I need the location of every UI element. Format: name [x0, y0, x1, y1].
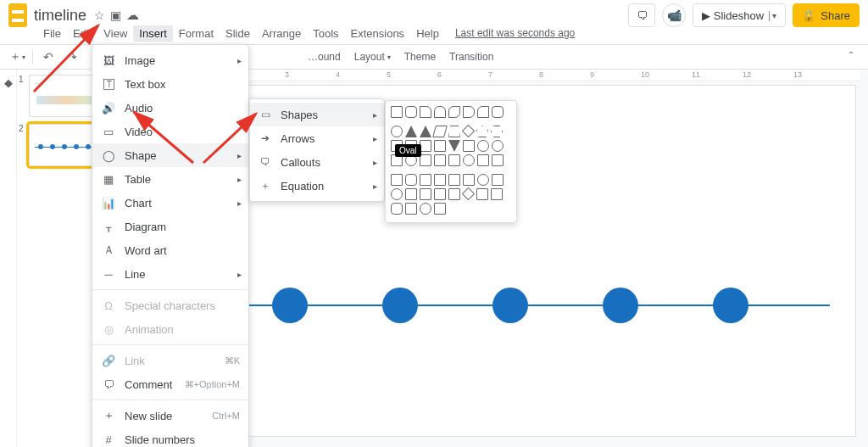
timeline-dot-shape[interactable] [713, 288, 748, 323]
menu-extensions[interactable]: Extensions [345, 25, 411, 42]
insert-line[interactable]: ─Line [92, 262, 248, 286]
shape-snip2[interactable] [434, 106, 446, 118]
cloud-status-icon[interactable]: ☁ [126, 8, 139, 23]
shape-right-triangle[interactable] [420, 126, 431, 137]
shape-callouts[interactable]: 🗨Callouts [250, 150, 384, 174]
insert-new-slide[interactable]: ＋New slideCtrl+M [92, 404, 248, 427]
share-button[interactable]: 🔒 Share [793, 3, 860, 27]
shape-cell[interactable] [462, 187, 476, 201]
shape-cell[interactable] [391, 203, 403, 215]
shape-cell[interactable] [463, 174, 475, 186]
shape-rect[interactable] [391, 106, 403, 118]
shape-cell[interactable] [420, 140, 431, 152]
shape-snip1[interactable] [420, 106, 431, 118]
shape-arrows[interactable]: ➔Arrows [250, 126, 384, 150]
star-icon[interactable]: ☆ [94, 8, 105, 22]
insert-audio[interactable]: 🔊Audio [92, 96, 248, 120]
insert-chart[interactable]: 📊Chart [92, 191, 248, 215]
shape-cell[interactable] [434, 174, 446, 186]
menu-edit[interactable]: Edit [67, 25, 97, 42]
shape-cell[interactable] [492, 140, 504, 152]
shape-cell[interactable] [463, 140, 475, 152]
menu-arrange[interactable]: Arrange [256, 25, 307, 42]
shape-cell[interactable] [420, 188, 431, 200]
timeline-dot-shape[interactable] [272, 288, 308, 323]
redo-button[interactable]: ↷ [60, 46, 84, 68]
shape-cell[interactable] [491, 188, 503, 200]
shape-cell[interactable] [476, 188, 488, 200]
timeline-dot-shape[interactable] [603, 288, 638, 323]
shape-cell[interactable] [420, 154, 431, 166]
shape-cell[interactable] [448, 188, 460, 200]
slides-logo[interactable] [8, 3, 27, 27]
shape-snip-diag[interactable] [448, 106, 460, 118]
document-title[interactable]: timeline [34, 7, 86, 25]
insert-comment[interactable]: 🗩Comment⌘+Option+M [92, 372, 248, 396]
insert-shape[interactable]: ◯Shape [92, 143, 248, 167]
diagram-icon: ᚁ [101, 221, 116, 233]
insert-video[interactable]: ▭Video [92, 120, 248, 143]
shape-cell[interactable] [405, 203, 417, 215]
shape-cell[interactable] [434, 154, 446, 166]
shape-cell[interactable] [448, 140, 460, 152]
shape-round-rect[interactable] [405, 106, 417, 118]
shape-cell[interactable] [405, 188, 417, 200]
shape-cell[interactable] [420, 203, 431, 215]
timeline-dot-shape[interactable] [492, 288, 528, 323]
move-to-folder-icon[interactable]: ▣ [110, 8, 121, 22]
last-edit-link[interactable]: Last edit was seconds ago [455, 27, 575, 39]
menu-file[interactable]: File [37, 25, 67, 42]
shape-parallelogram[interactable] [432, 126, 448, 137]
shape-cell[interactable] [420, 174, 431, 186]
menu-slide[interactable]: Slide [220, 25, 256, 42]
shape-trapezoid[interactable] [448, 126, 460, 137]
shape-equation[interactable]: ＋Equation [250, 174, 384, 198]
insert-image[interactable]: 🖼Image [92, 48, 248, 72]
shape-cell[interactable] [434, 188, 446, 200]
shape-cell[interactable] [463, 154, 475, 166]
meet-button[interactable]: 📹 [662, 3, 686, 27]
menu-format[interactable]: Format [173, 25, 220, 42]
insert-table[interactable]: ▦Table [92, 167, 248, 191]
shape-cell[interactable] [448, 154, 460, 166]
insert-word-art[interactable]: ＡWord art [92, 238, 248, 262]
menu-help[interactable]: Help [410, 25, 445, 42]
shape-cell[interactable] [477, 154, 489, 166]
shape-round2[interactable] [492, 106, 504, 118]
new-slide-button[interactable]: ＋▾ [5, 46, 29, 68]
shape-cell[interactable] [405, 174, 417, 186]
shape-diamond[interactable] [462, 125, 476, 138]
menu-view[interactable]: View [97, 25, 133, 42]
shape-cell[interactable] [434, 203, 446, 215]
comments-history-button[interactable]: 🗨 [628, 3, 655, 27]
shape-snip-round[interactable] [463, 106, 475, 118]
theme-button[interactable]: Theme [398, 51, 442, 63]
explore-sidebar[interactable]: ◆ [0, 70, 17, 447]
insert-text-box[interactable]: 🅃Text box [92, 72, 248, 96]
shape-pentagon[interactable] [476, 126, 488, 137]
shape-cell[interactable] [391, 188, 403, 200]
menu-insert[interactable]: Insert [133, 25, 173, 42]
transition-button[interactable]: Transition [442, 51, 500, 63]
undo-button[interactable]: ↶ [36, 46, 60, 68]
shape-cell[interactable] [492, 154, 504, 166]
insert-slide-numbers[interactable]: #Slide numbers [92, 427, 248, 447]
layout-button[interactable]: Layout▾ [348, 51, 398, 63]
shape-cell[interactable] [477, 140, 489, 152]
menu-tools[interactable]: Tools [307, 25, 344, 42]
shape-oval[interactable] [391, 126, 403, 137]
shape-triangle[interactable] [405, 126, 417, 137]
shape-cell[interactable] [492, 174, 504, 186]
shape-shapes[interactable]: ▭Shapes [250, 103, 384, 126]
shape-cell[interactable] [391, 174, 403, 186]
shape-hexagon[interactable] [491, 126, 503, 137]
slideshow-button[interactable]: ▶ Slideshow │▾ [693, 3, 786, 27]
expand-toolbar-button[interactable]: ˆ [839, 46, 863, 68]
shape-cell[interactable] [477, 174, 489, 186]
shape-round1[interactable] [477, 106, 489, 118]
shape-cell[interactable] [448, 174, 460, 186]
background-button[interactable]: …ound [301, 51, 348, 63]
shape-cell[interactable] [434, 140, 446, 152]
timeline-dot-shape[interactable] [382, 288, 418, 323]
insert-diagram[interactable]: ᚁDiagram [92, 215, 248, 238]
